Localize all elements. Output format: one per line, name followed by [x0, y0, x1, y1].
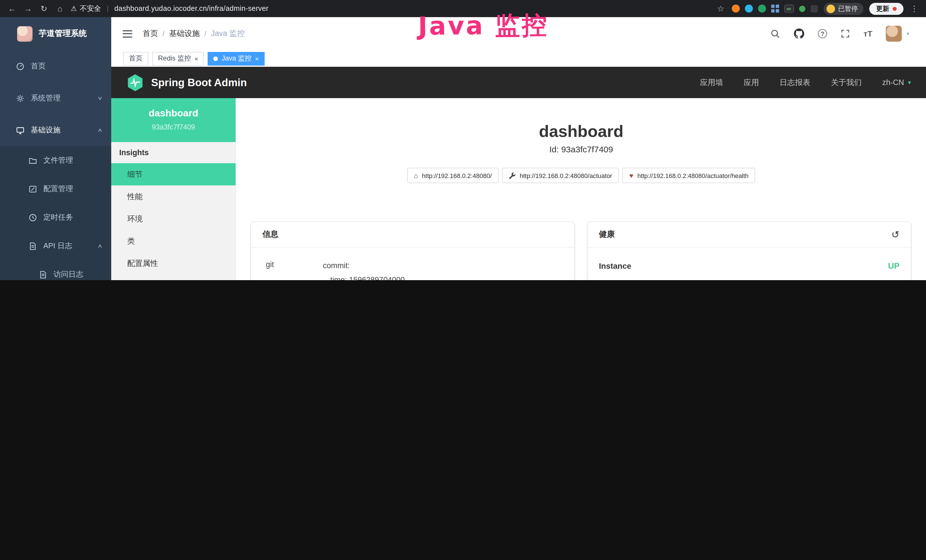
emoji-face-icon [826, 4, 835, 13]
actuator-url: http://192.168.0.2:48080/actuator [520, 172, 612, 179]
breadcrumb-current: Java 监控 [211, 29, 245, 39]
sba-item-details[interactable]: 细节 [111, 163, 236, 185]
update-label: 更新 [876, 4, 889, 13]
folder-icon [29, 156, 37, 165]
address-url[interactable]: dashboard.yudao.iocoder.cn/infra/admin-s… [114, 5, 269, 12]
tag-tabs-bar: 首页 Redis 监控 × Java 监控 × [111, 50, 926, 67]
heart-icon: ♥ [629, 171, 633, 179]
sidebar-item-file-management[interactable]: 文件管理 [0, 146, 111, 175]
sba-item-beans[interactable]: 类 [111, 230, 236, 252]
git-commit-line: commit: [323, 259, 560, 273]
breadcrumb-section[interactable]: 基础设施 [169, 29, 200, 39]
sba-nav-journal[interactable]: 日志报表 [779, 77, 810, 88]
history-icon[interactable]: ↺ [891, 230, 900, 239]
extension-icon-green[interactable] [758, 5, 766, 12]
font-size-icon[interactable]: тT [864, 29, 872, 38]
sidebar-item-access-logs[interactable]: 访问日志 [0, 260, 111, 280]
git-row: git commit: time: 1596289704000 id: 27aa… [266, 254, 560, 280]
sidebar-item-label: 首页 [31, 61, 102, 71]
document-icon [29, 242, 37, 250]
sba-brand: Spring Boot Admin [151, 76, 247, 89]
sba-nav-applications[interactable]: 应用 [743, 77, 759, 88]
active-dot [213, 56, 218, 61]
health-url-button[interactable]: ♥ http://192.168.0.2:48080/actuator/heal… [622, 168, 755, 183]
sba-main: dashboard Id: 93a3fc7f7409 ⌂ http://192.… [236, 98, 926, 280]
site-security-chip[interactable]: ⚠ 不安全 [71, 4, 101, 14]
help-icon[interactable]: ? [818, 29, 827, 38]
info-card-header: 信息 [251, 222, 574, 248]
service-url-button[interactable]: ⌂ http://192.168.0.2:48080/ [407, 168, 498, 183]
breadcrumb-separator: / [163, 30, 165, 38]
sidebar-item-label: 定时任务 [43, 212, 102, 222]
user-avatar[interactable] [886, 26, 902, 42]
app-menu: 首页 系统管理 ∨ 基础设施 ∧ 文件管理 配置管理 定时 [0, 50, 111, 280]
extension-grid-icon[interactable] [771, 5, 779, 12]
locale-select[interactable]: zh-CN ▾ [882, 78, 911, 87]
chevron-up-icon: ∧ [98, 243, 103, 249]
instance-id: 93a3fc7f7409 [117, 123, 230, 131]
github-icon[interactable] [794, 29, 804, 39]
close-icon[interactable]: × [255, 55, 259, 62]
sidebar-item-config-management[interactable]: 配置管理 [0, 175, 111, 203]
app-logo[interactable]: 芋道管理系统 [0, 17, 111, 50]
info-card-body: git commit: time: 1596289704000 id: 27aa… [251, 248, 574, 280]
sidebar-item-infrastructure[interactable]: 基础设施 ∧ [0, 114, 111, 146]
bookmark-star-icon[interactable]: ☆ [716, 4, 726, 13]
sba-item-metrics[interactable]: 性能 [111, 185, 236, 208]
sba-nav-wallboard[interactable]: 应用墙 [700, 77, 723, 88]
extension-on-icon[interactable]: on [784, 5, 794, 12]
sidebar-item-label: 访问日志 [54, 269, 102, 280]
sidebar-item-label: 文件管理 [43, 155, 102, 165]
extension-icon-blue[interactable] [744, 5, 753, 12]
browser-menu-icon[interactable]: ⋮ [909, 4, 920, 13]
sidebar-item-system[interactable]: 系统管理 ∨ [0, 82, 111, 114]
warning-icon: ⚠ [71, 5, 77, 12]
sba-item-scheduled[interactable]: 计划任务 [111, 274, 236, 280]
close-icon[interactable]: × [195, 55, 198, 62]
update-alert-dot [893, 6, 897, 11]
tab-label: Redis 监控 [158, 54, 191, 64]
extensions-puzzle-icon[interactable] [810, 5, 818, 12]
extension-icon-leaf[interactable] [799, 5, 805, 12]
card-title: 健康 [599, 229, 615, 240]
tab-java-monitor[interactable]: Java 监控 × [208, 51, 264, 65]
sidebar-collapse-icon[interactable] [123, 30, 132, 37]
sba-item-environment[interactable]: 环境 [111, 208, 236, 230]
sidebar-item-scheduled-tasks[interactable]: 定时任务 [0, 203, 111, 232]
paused-badge[interactable]: 已暂停 [823, 3, 864, 15]
search-icon[interactable] [770, 29, 780, 38]
edit-icon [29, 185, 37, 193]
extension-icon-orange[interactable] [731, 5, 740, 12]
caret-down-icon: ▾ [906, 31, 909, 36]
sidebar-item-label: API 日志 [43, 241, 92, 251]
paused-label: 已暂停 [838, 4, 858, 13]
instance-header[interactable]: dashboard 93a3fc7f7409 [111, 98, 236, 142]
tab-home[interactable]: 首页 [123, 51, 148, 65]
health-url: http://192.168.0.2:48080/actuator/health [637, 172, 749, 179]
health-instance-row[interactable]: Instance UP [599, 261, 899, 280]
sba-nav-about[interactable]: 关于我们 [831, 77, 861, 88]
sba-item-config-props[interactable]: 配置属性 [111, 252, 236, 274]
back-icon[interactable]: ← [7, 4, 17, 13]
fullscreen-icon[interactable] [841, 29, 850, 38]
instance-id-line: Id: 93a3fc7f7409 [236, 144, 926, 154]
breadcrumb-home[interactable]: 首页 [142, 29, 158, 39]
actuator-url-button[interactable]: http://192.168.0.2:48080/actuator [502, 168, 619, 183]
dashboard-icon [16, 62, 24, 70]
reload-icon[interactable]: ↻ [39, 4, 49, 13]
forward-icon[interactable]: → [23, 4, 33, 13]
wrench-icon [509, 172, 516, 179]
document-icon [39, 270, 47, 279]
sidebar-item-api-logs[interactable]: API 日志 ∧ [0, 232, 111, 260]
sba-sidebar: dashboard 93a3fc7f7409 Insights 细节 性能 环境… [111, 98, 236, 280]
sidebar-item-home[interactable]: 首页 [0, 50, 111, 82]
info-card: 信息 git commit: time: 1596289704000 id: 2… [251, 222, 574, 280]
caret-down-icon: ▾ [908, 79, 911, 86]
extensions-row: on [731, 5, 818, 12]
security-label: 不安全 [80, 4, 101, 14]
spring-boot-admin-logo-icon [127, 73, 144, 92]
update-button[interactable]: 更新 [869, 3, 903, 15]
browser-home-icon[interactable]: ⌂ [55, 4, 65, 13]
tab-redis-monitor[interactable]: Redis 监控 × [152, 51, 204, 65]
health-row-label: Instance [599, 261, 631, 271]
